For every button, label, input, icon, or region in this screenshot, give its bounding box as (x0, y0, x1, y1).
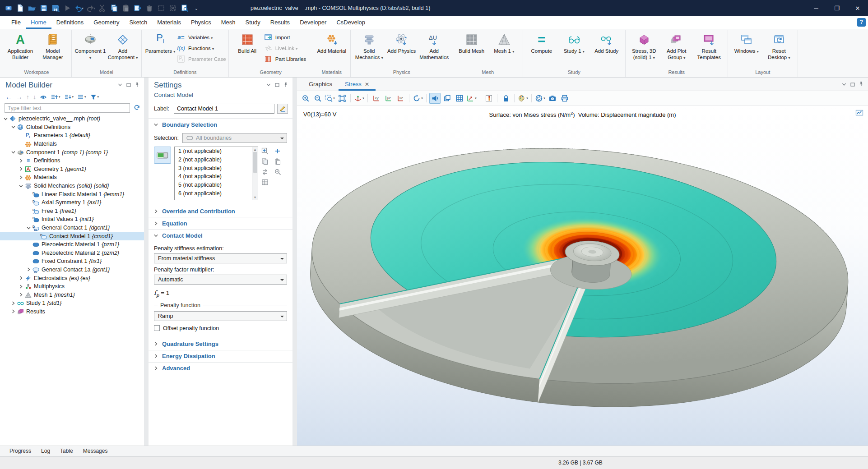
marquee-icon[interactable] (156, 3, 166, 14)
nav-down-icon[interactable]: ↓ (33, 93, 36, 101)
scene-light-icon[interactable] (429, 93, 441, 104)
active-toggle-button[interactable] (154, 147, 171, 164)
tab-stress[interactable]: Stress✕ (339, 78, 376, 91)
list-up-icon[interactable]: ▾ (51, 93, 60, 101)
panel-pin-icon[interactable] (283, 82, 288, 89)
delete-icon[interactable] (144, 3, 154, 14)
tree-item-materials[interactable]: Materials (0, 173, 144, 182)
tree-item-piezoelectric-material-2[interactable]: Piezoelectric Material 2{pzm2} (0, 249, 144, 257)
menu-file[interactable]: File (6, 16, 26, 29)
parameter-case-button[interactable]: Pi Parameter Case (176, 55, 226, 63)
penalty-factor-combo[interactable]: Automatic (154, 275, 287, 285)
menu-csdevelop[interactable]: CsDevelop (331, 16, 370, 29)
tree-item-electrostatics[interactable]: Electrostatics(es) {es} (0, 274, 144, 282)
help-button[interactable]: ? (857, 18, 866, 27)
study-1-button[interactable]: Study 1 ▾ (558, 30, 590, 68)
panel-menu-icon[interactable] (842, 82, 846, 88)
sel-plus-icon[interactable] (274, 147, 282, 155)
tree-expander-icon[interactable] (10, 150, 16, 154)
menu-sketch[interactable]: Sketch (124, 16, 152, 29)
model-manager-button[interactable]: Model Manager (37, 30, 69, 68)
add-physics-button[interactable]: Add Physics (385, 30, 418, 68)
add-plot-group-button[interactable]: Add Plot Group ▾ (660, 30, 693, 68)
app-logo-icon[interactable] (4, 3, 14, 14)
menu-definitions[interactable]: Definitions (51, 16, 89, 29)
rename-button[interactable] (277, 104, 288, 114)
marquee-off-icon[interactable] (168, 3, 178, 14)
tree-item-geometry-1[interactable]: Geometry 1{geom1} (0, 165, 144, 174)
lock-icon[interactable] (500, 93, 511, 104)
list-down-icon[interactable]: ▾ (64, 93, 74, 101)
sel-swap-icon[interactable] (261, 168, 269, 176)
tree-expander-icon[interactable] (3, 117, 9, 121)
tree-item-general-contact-1a[interactable]: ᴅᴄ General Contact 1a{gcnt1} (0, 266, 144, 274)
save-icon[interactable] (39, 3, 49, 14)
sel-copy-icon[interactable] (261, 158, 269, 166)
tree-item-study-1[interactable]: Study 1{std1} (0, 299, 144, 308)
tree-expander-icon[interactable] (18, 175, 24, 179)
windows-button[interactable]: Windows ▾ (730, 30, 763, 68)
tree-expander-icon[interactable] (18, 285, 24, 289)
graphics-canvas[interactable]: V0(13)=60 V Surface: von Mises stress (N… (297, 106, 868, 446)
nav-up-icon[interactable]: ↑ (26, 93, 29, 101)
menu-physics[interactable]: Physics (186, 16, 216, 29)
color-legend-icon[interactable] (483, 93, 494, 104)
panel-float-icon[interactable] (126, 82, 131, 88)
sel-new-icon[interactable] (261, 147, 269, 155)
add-component-button[interactable]: Add Component ▾ (107, 30, 139, 68)
printer-icon[interactable] (559, 93, 570, 104)
tree-expander-icon[interactable] (18, 293, 24, 297)
tree-filter-input[interactable] (5, 103, 130, 113)
maximize-button[interactable]: ❐ (826, 0, 847, 16)
build-all-button[interactable]: Build All (231, 30, 264, 68)
tree-item-parameters-1[interactable]: Pi Parameters 1{default} (0, 131, 144, 140)
menu-results[interactable]: Results (265, 16, 295, 29)
tree-item-results[interactable]: Results (0, 308, 144, 316)
show-grid-icon[interactable] (454, 93, 465, 104)
tree-expander-icon[interactable] (10, 301, 16, 305)
tree-expander-icon[interactable] (18, 184, 24, 188)
tree-item-general-contact-1[interactable]: Dᴅᴄ General Contact 1{dgcnt1} (0, 224, 144, 232)
result-thumbnail-icon[interactable] (855, 109, 863, 118)
view-xz-icon[interactable]: xz (395, 93, 406, 104)
tree-item-linear-elastic-material-1[interactable]: D Linear Elastic Material 1{lemm1} (0, 190, 144, 198)
section-energy[interactable]: Energy Dissipation (149, 350, 292, 362)
section-contact-model[interactable]: Contact Model (149, 229, 292, 241)
paste-icon[interactable] (121, 3, 131, 14)
panel-pin-icon[interactable] (135, 82, 139, 89)
panel-float-icon[interactable] (850, 82, 855, 88)
menu-materials[interactable]: Materials (152, 16, 186, 29)
mesh-1-button[interactable]: Mesh 1 ▾ (488, 30, 520, 68)
open-icon[interactable] (27, 3, 37, 14)
tree-expander-icon[interactable] (10, 309, 16, 313)
tree-expander-icon[interactable] (18, 167, 24, 171)
3d-model-view[interactable] (297, 106, 868, 446)
zoom-in-icon[interactable] (300, 93, 311, 104)
camera-icon[interactable] (547, 93, 558, 104)
livelink-button[interactable]: LiveLink ▾ (264, 44, 311, 52)
find-icon[interactable] (180, 3, 190, 14)
build-mesh-button[interactable]: Build Mesh (455, 30, 488, 68)
tree-item-mesh-1[interactable]: Mesh 1{mesh1} (0, 290, 144, 299)
add-mathematics-button[interactable]: ΔU Add Mathematics (418, 30, 450, 68)
eye-icon[interactable] (40, 93, 47, 101)
chev-down-icon[interactable]: ⌄ (191, 3, 201, 14)
tree-item-piezoelectric-material-1[interactable]: Piezoelectric Material 1{pzm1} (0, 240, 144, 249)
solid-mechanics-button[interactable]: Solid Mechanics ▾ (353, 30, 385, 68)
tree-item-component-1[interactable]: Component 1(comp 1) {comp 1} (0, 148, 144, 156)
tree-item-piezoelectric-valve-mph[interactable]: piezoelectric_valve__.mph(root) (0, 115, 144, 123)
section-quadrature[interactable]: Quadrature Settings (149, 338, 292, 350)
tree-item-multiphysics[interactable]: Multiphysics (0, 282, 144, 291)
tab-graphics[interactable]: Graphics (302, 78, 339, 91)
tree-expander-icon[interactable] (18, 276, 24, 280)
tree-expander-icon[interactable] (18, 159, 24, 163)
nav-forward-icon[interactable]: → (16, 93, 23, 101)
close-button[interactable]: ✕ (847, 0, 868, 16)
tree-item-definitions[interactable]: ≡ Definitions (0, 156, 144, 165)
bottom-tab-progress[interactable]: Progress (5, 446, 36, 457)
tree-expander-icon[interactable] (26, 226, 32, 230)
undo-icon[interactable]: ▾ (74, 3, 84, 14)
add-study-button[interactable]: Add Study (590, 30, 623, 68)
minimize-button[interactable]: ─ (806, 0, 826, 16)
menu-study[interactable]: Study (241, 16, 265, 29)
